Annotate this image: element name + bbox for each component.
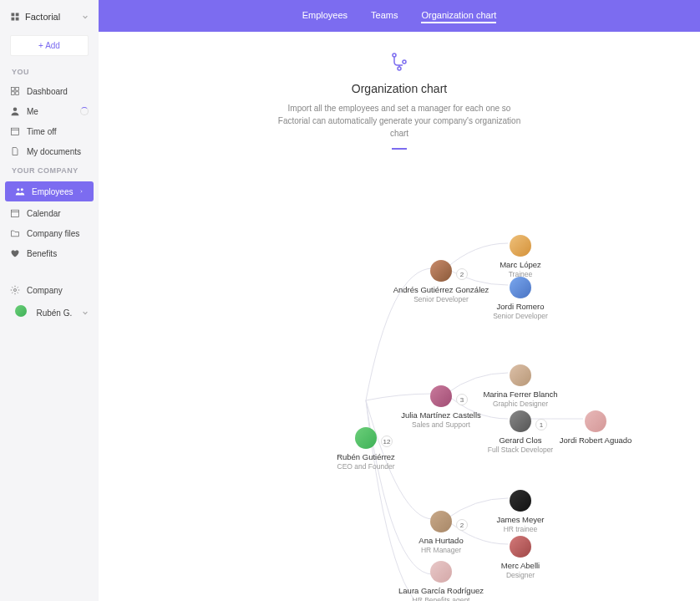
folder-icon (10, 228, 20, 238)
svg-rect-9 (12, 128, 19, 135)
org-node[interactable]: Marina Ferrer Blanch Graphic Designer (470, 364, 571, 409)
chart-links (99, 160, 667, 601)
sidebar-item-timeoff[interactable]: Time off (0, 121, 99, 141)
sidebar-item-label: Benefits (27, 249, 57, 258)
brand-icon (10, 12, 20, 22)
divider (392, 148, 407, 150)
svg-rect-0 (12, 13, 15, 17)
sidebar-item-benefits[interactable]: Benefits (0, 243, 99, 263)
dashboard-icon (10, 86, 20, 96)
main-content: Employees Teams Organization chart Organ… (99, 0, 700, 601)
avatar (355, 427, 377, 449)
user-menu[interactable]: Rubén G. (0, 300, 99, 325)
org-node[interactable]: Jordi Romero Senior Developer (470, 277, 571, 321)
avatar (510, 364, 531, 386)
svg-rect-6 (12, 92, 15, 95)
node-role: Full Stack Developer (470, 446, 571, 454)
tab-orgchart[interactable]: Organization chart (421, 10, 496, 23)
svg-rect-2 (12, 18, 15, 21)
sidebar-item-me[interactable]: Me (0, 101, 99, 121)
sidebar-item-label: My documents (27, 147, 81, 156)
org-node-root[interactable]: 12 Rubén Gutiérrez CEO and Founder (316, 427, 416, 471)
node-name: Marina Ferrer Blanch (470, 390, 571, 399)
orgchart-icon (389, 52, 409, 72)
brand-label: Factorial (25, 12, 60, 22)
node-name: James Meyer (470, 515, 571, 524)
avatar (510, 410, 531, 432)
svg-point-17 (403, 60, 406, 64)
sidebar-item-label: Dashboard (27, 87, 68, 96)
svg-point-15 (14, 289, 17, 292)
org-node[interactable]: Jordi Robert Aguado (545, 410, 646, 445)
people-icon (15, 186, 25, 196)
section-you: YOU (0, 63, 99, 81)
content-area: Organization chart Import all the employ… (99, 32, 700, 601)
loading-spinner-icon (80, 107, 89, 115)
svg-rect-1 (16, 13, 19, 17)
sidebar-item-companyfiles[interactable]: Company files (0, 223, 99, 243)
sidebar-item-label: Time off (27, 127, 57, 136)
avatar (585, 410, 606, 432)
tab-employees[interactable]: Employees (302, 10, 347, 23)
svg-rect-4 (12, 88, 15, 91)
user-name: Rubén G. (36, 308, 72, 318)
node-name: Jordi Robert Aguado (545, 435, 646, 445)
chevron-right-icon (79, 189, 84, 194)
document-icon (10, 146, 20, 156)
sidebar-item-label: Calendar (27, 209, 61, 218)
svg-rect-7 (16, 92, 19, 95)
svg-point-8 (13, 108, 18, 112)
node-role: Senior Developer (470, 312, 571, 320)
calendar-icon (10, 126, 20, 136)
sidebar-item-label: Employees (32, 187, 73, 196)
node-name: Laura García Rodríguez (391, 586, 491, 595)
sidebar-item-mydocs[interactable]: My documents (0, 141, 99, 161)
section-company: YOUR COMPANY (0, 161, 99, 180)
avatar (430, 561, 452, 583)
org-chart[interactable]: 12 Rubén Gutiérrez CEO and Founder 2 And… (99, 160, 667, 601)
org-node[interactable]: James Meyer HR trainee (470, 490, 571, 534)
page-description: Import all the employees and set a manag… (274, 102, 525, 140)
calendar-icon (10, 208, 20, 218)
svg-point-11 (17, 188, 19, 191)
tab-teams[interactable]: Teams (371, 10, 398, 23)
hero: Organization chart Import all the employ… (274, 52, 525, 150)
count-badge: 2 (456, 268, 468, 280)
count-badge: 3 (456, 394, 468, 405)
sidebar-item-dashboard[interactable]: Dashboard (0, 81, 99, 101)
node-name: Marc López (470, 260, 571, 269)
heart-icon (10, 248, 20, 258)
avatar (430, 260, 452, 282)
sidebar-item-employees[interactable]: Employees (5, 181, 94, 201)
sidebar-item-label: Company (27, 286, 63, 295)
svg-rect-3 (16, 18, 19, 21)
node-name: Rubén Gutiérrez (316, 452, 416, 461)
count-badge: 12 (381, 435, 393, 447)
sidebar-item-company[interactable]: Company (0, 280, 99, 300)
sidebar-item-label: Me (27, 107, 38, 116)
node-name: Jordi Romero (470, 302, 571, 311)
avatar (510, 277, 531, 298)
svg-rect-5 (16, 88, 19, 91)
avatar (510, 536, 531, 558)
org-node[interactable]: Laura García Rodríguez HR Benefits agent (391, 561, 491, 601)
node-role: HR Benefits agent (391, 596, 491, 601)
svg-point-18 (398, 67, 401, 70)
sidebar-item-calendar[interactable]: Calendar (0, 203, 99, 223)
avatar (430, 385, 452, 407)
sidebar-item-label: Company files (27, 229, 79, 238)
sidebar: Factorial + Add YOU Dashboard Me Time of… (0, 0, 99, 601)
avatar (15, 305, 27, 317)
avatar (510, 235, 531, 257)
person-icon (10, 106, 20, 116)
chevron-down-icon (82, 13, 89, 20)
svg-point-12 (21, 188, 23, 191)
node-role: Graphic Designer (470, 400, 571, 408)
org-node[interactable]: Marc López Trainee (470, 235, 571, 279)
node-role: CEO and Founder (316, 462, 416, 471)
avatar (510, 490, 531, 512)
node-role: HR trainee (470, 525, 571, 533)
count-badge: 2 (456, 519, 468, 531)
brand[interactable]: Factorial (0, 7, 99, 27)
add-button[interactable]: + Add (10, 35, 89, 56)
